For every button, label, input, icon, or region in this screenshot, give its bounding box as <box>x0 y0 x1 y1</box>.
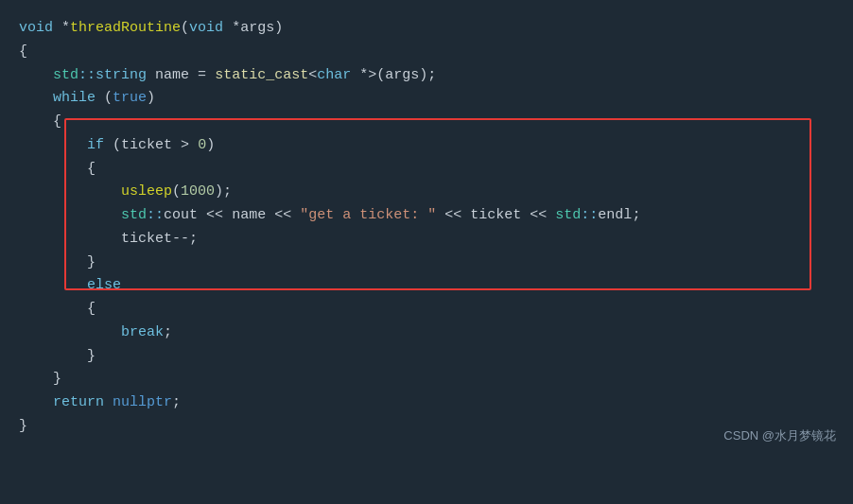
code-line-15: } <box>19 345 834 369</box>
code-line-8: usleep(1000); <box>19 181 834 204</box>
code-line-11: } <box>19 252 834 275</box>
code-editor: void *threadRoutine(void *args) { std::s… <box>0 0 853 456</box>
code-line-6: if (ticket > 0) <box>19 134 834 158</box>
code-line-18: } <box>19 415 834 439</box>
code-line-13: { <box>19 298 834 322</box>
code-line-16: } <box>19 368 834 391</box>
watermark: CSDN @水月梦镜花 <box>723 426 836 446</box>
code-line-12: else <box>19 274 834 298</box>
code-line-1: void *threadRoutine(void *args) <box>19 17 834 41</box>
code-line-4: while (true) <box>19 87 834 111</box>
code-line-2: { <box>19 41 834 64</box>
code-line-7: { <box>19 158 834 182</box>
code-line-10: ticket--; <box>19 228 834 252</box>
code-line-3: std::string name = static_cast<char *>(a… <box>19 64 834 88</box>
code-line-9: std::cout << name << "get a ticket: " <<… <box>19 204 834 228</box>
code-line-17: return nullptr; <box>19 391 834 415</box>
code-line-5: { <box>19 111 834 134</box>
code-line-14: break; <box>19 322 834 345</box>
